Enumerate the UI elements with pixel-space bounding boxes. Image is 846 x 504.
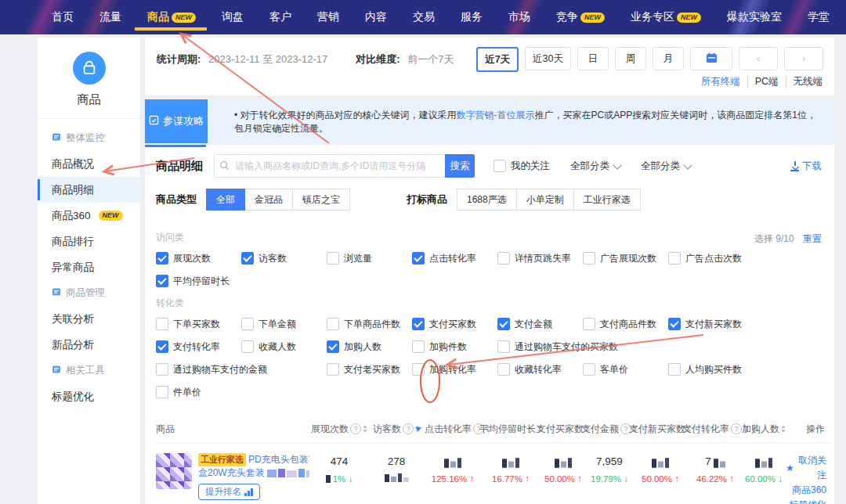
- nav-item[interactable]: 流量: [99, 10, 121, 24]
- type-all-button[interactable]: 全部: [206, 189, 245, 211]
- metric-checkbox[interactable]: 支付金额: [497, 316, 583, 332]
- column-header-4[interactable]: 平均停留时长: [482, 423, 540, 436]
- search-input[interactable]: [214, 154, 445, 178]
- nav-item[interactable]: 内容: [365, 10, 387, 24]
- column-header-9[interactable]: 加购人数: [742, 423, 786, 436]
- nav-item[interactable]: 学堂: [808, 10, 830, 24]
- download-button[interactable]: 下载: [790, 160, 822, 173]
- metric-checkbox[interactable]: 加购人数: [327, 339, 412, 355]
- sidebar-item[interactable]: 标题优化: [38, 383, 140, 409]
- product-title[interactable]: PD充电头包装苹果PD线包装: [248, 453, 309, 466]
- calendar-button[interactable]: [690, 47, 732, 70]
- metric-checkbox[interactable]: 通过购物车支付的金额: [156, 362, 327, 377]
- metric-checkbox[interactable]: 支付商品件数: [583, 316, 668, 332]
- action-link[interactable]: 商品360: [786, 483, 826, 498]
- sidebar-item[interactable]: 商品概况: [38, 151, 140, 177]
- terminal-wireless[interactable]: 无线端: [786, 75, 823, 88]
- terminal-all[interactable]: 所有终端: [694, 75, 747, 88]
- help-icon[interactable]: ?: [731, 423, 742, 434]
- type-goldcrown-button[interactable]: 金冠品: [244, 189, 293, 211]
- sidebar-item[interactable]: 商品360NEW: [38, 203, 140, 229]
- product-title[interactable]: 盒20W充头套装: [198, 466, 265, 480]
- metric-checkbox[interactable]: 广告点击次数: [668, 250, 754, 266]
- action-link[interactable]: ★取消关注: [786, 453, 826, 483]
- strategy-link[interactable]: 数字营销-首位展示: [457, 110, 535, 121]
- metric-checkbox[interactable]: 支付老买家数: [327, 362, 412, 377]
- range-7d-button[interactable]: 近7天: [476, 47, 519, 72]
- metric-checkbox[interactable]: 通过购物车支付的买家数: [497, 339, 668, 355]
- nav-item[interactable]: 营销: [317, 10, 339, 24]
- search-button[interactable]: 搜索: [445, 154, 475, 178]
- type-shoptreasure-button[interactable]: 镇店之宝: [292, 189, 350, 211]
- next-period-button[interactable]: ›: [784, 47, 823, 70]
- metric-checkbox[interactable]: 件单价: [156, 384, 241, 400]
- category-dropdown-2[interactable]: 全部分类: [641, 160, 691, 173]
- metric-checkbox[interactable]: 下单商品件数: [327, 316, 412, 332]
- metric-checkbox[interactable]: 支付新买家数: [668, 316, 754, 332]
- metric-checkbox[interactable]: 浏览量: [327, 250, 412, 266]
- tag-smallorder-button[interactable]: 小单定制: [516, 189, 574, 211]
- metric-checkbox[interactable]: 支付买家数: [412, 316, 497, 332]
- nav-item[interactable]: 交易: [413, 10, 435, 24]
- range-month-button[interactable]: 月: [653, 47, 684, 70]
- column-header-1[interactable]: 展现次数?: [309, 423, 369, 436]
- help-icon[interactable]: ?: [403, 423, 414, 434]
- sidebar-item[interactable]: 商品排行: [38, 229, 140, 254]
- boost-rank-button[interactable]: 提升排名: [198, 484, 260, 500]
- metric-checkbox[interactable]: 收藏人数: [241, 339, 327, 355]
- action-label: 标题优化: [789, 498, 826, 504]
- nav-item[interactable]: 竞争NEW: [556, 10, 605, 24]
- nav-item[interactable]: 服务: [461, 10, 483, 24]
- sidebar-item[interactable]: 异常商品: [38, 254, 140, 280]
- metric-checkbox[interactable]: 支付转化率: [156, 339, 241, 355]
- metric-checkbox[interactable]: 展现次数: [156, 250, 241, 266]
- metric-checkbox[interactable]: 加购转化率: [412, 362, 497, 377]
- nav-item[interactable]: 爆款实验室: [727, 10, 782, 24]
- column-header-6[interactable]: 支付金额?: [587, 423, 632, 436]
- range-day-button[interactable]: 日: [577, 47, 609, 70]
- column-header-5[interactable]: 支付买家数: [540, 423, 587, 436]
- period-label: 统计周期:: [157, 53, 201, 65]
- column-header-8[interactable]: 支付转化率?: [689, 423, 742, 436]
- metric-checkbox[interactable]: 人均购买件数: [668, 362, 754, 377]
- nav-item[interactable]: 业务专区NEW: [631, 10, 701, 24]
- tag-industryexpert-button[interactable]: 工业行家选: [573, 189, 641, 211]
- sort-carets-icon[interactable]: [363, 425, 367, 433]
- nav-item[interactable]: 客户: [269, 10, 291, 24]
- sidebar-item[interactable]: 商品管理: [38, 280, 140, 306]
- sidebar-item[interactable]: 关联分析: [38, 306, 140, 332]
- terminal-pc[interactable]: PC端: [747, 75, 786, 88]
- metric-checkbox[interactable]: 访客数: [241, 250, 327, 266]
- category-dropdown-1[interactable]: 全部分类: [570, 160, 620, 173]
- range-30d-button[interactable]: 近30天: [525, 47, 571, 70]
- metric-checkbox[interactable]: 点击转化率: [412, 250, 497, 266]
- sidebar-item[interactable]: 整体监控: [38, 125, 140, 151]
- metric-checkbox[interactable]: 收藏转化率: [497, 362, 583, 377]
- nav-item[interactable]: 首页: [52, 10, 74, 24]
- sidebar-item[interactable]: 商品明细: [38, 177, 140, 203]
- my-follow-filter[interactable]: 我的关注: [494, 160, 550, 173]
- metric-checkbox[interactable]: 广告展现次数: [583, 250, 668, 266]
- metric-checkbox[interactable]: 详情页跳失率: [497, 250, 583, 266]
- checkbox-icon: [156, 275, 168, 287]
- reset-button[interactable]: 重置: [803, 233, 822, 244]
- nav-item[interactable]: 市场: [508, 10, 530, 24]
- nav-item[interactable]: 询盘: [222, 10, 244, 24]
- sidebar-item[interactable]: 相关工具: [38, 358, 140, 383]
- action-link[interactable]: 标题优化: [786, 498, 826, 504]
- metric-checkbox[interactable]: 平均停留时长: [156, 273, 241, 289]
- metric-checkbox[interactable]: 加购件数: [412, 339, 497, 355]
- column-header-3[interactable]: 点击转化率?: [424, 423, 482, 436]
- metric-checkbox[interactable]: 下单金额: [241, 316, 327, 332]
- active-sort-caret[interactable]: [415, 427, 421, 431]
- metric-checkbox[interactable]: 下单买家数: [156, 316, 241, 332]
- range-week-button[interactable]: 周: [615, 47, 646, 70]
- prev-period-button[interactable]: ‹: [739, 47, 778, 70]
- product-thumbnail[interactable]: [156, 453, 192, 489]
- metric-checkbox[interactable]: 客单价: [583, 362, 668, 377]
- column-header-7[interactable]: 支付新买家数: [632, 423, 689, 436]
- tag-1688select-button[interactable]: 1688严选: [457, 189, 517, 211]
- sidebar-item[interactable]: 新品分析: [38, 332, 140, 358]
- help-icon[interactable]: ?: [350, 423, 361, 434]
- nav-item[interactable]: 商品NEW: [147, 10, 196, 24]
